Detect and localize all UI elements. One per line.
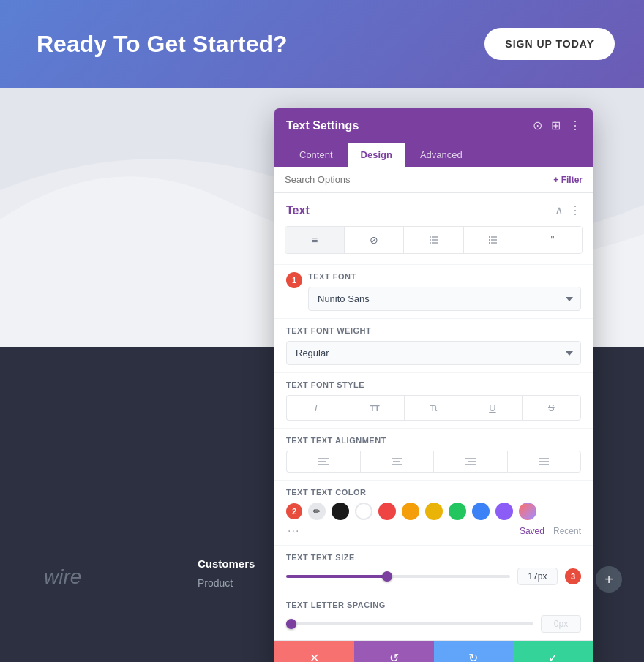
- text-letter-spacing-group: Text Letter Spacing 0px: [274, 593, 593, 640]
- text-font-weight-select[interactable]: Regular: [286, 341, 581, 365]
- footer-nav-product: Product: [198, 577, 255, 589]
- text-font-weight-label: Text Font Weight: [286, 326, 581, 335]
- add-button[interactable]: +: [596, 566, 622, 593]
- spacing-slider-thumb[interactable]: [286, 619, 296, 629]
- text-font-style-label: Text Font Style: [286, 380, 581, 389]
- text-color-group: Text Text Color 2 ✏ ··· Saved: [274, 480, 593, 545]
- uppercase-btn[interactable]: TT: [345, 395, 403, 421]
- step-3-badge: 3: [565, 568, 581, 584]
- text-font-style-group: Text Font Style I TT Tt U S: [274, 372, 593, 428]
- more-icon[interactable]: ⋮: [569, 119, 581, 132]
- svg-point-5: [430, 242, 431, 244]
- text-font-weight-group: Text Font Weight Regular: [274, 318, 593, 372]
- color-yellow[interactable]: [425, 503, 443, 520]
- tab-design[interactable]: Design: [348, 143, 405, 167]
- align-justify-btn[interactable]: [507, 451, 582, 473]
- svg-rect-9: [489, 236, 490, 238]
- spacing-input[interactable]: 0px: [541, 615, 581, 633]
- search-input[interactable]: [285, 174, 553, 185]
- layout-icon[interactable]: ⊞: [551, 119, 561, 132]
- step-2-badge: 2: [286, 503, 302, 519]
- color-white[interactable]: [355, 503, 372, 520]
- panel-header-icons: ⊙ ⊞ ⋮: [533, 119, 581, 132]
- color-black[interactable]: [332, 503, 349, 520]
- saved-tab[interactable]: Saved: [520, 526, 544, 536]
- size-slider-thumb[interactable]: [382, 571, 392, 582]
- text-font-row: 1 Text Font Nunito Sans: [286, 272, 581, 311]
- panel-header: Text Settings ⊙ ⊞ ⋮: [274, 108, 593, 143]
- italic-btn[interactable]: I: [286, 395, 345, 421]
- color-purple[interactable]: [495, 503, 513, 520]
- text-font-group: 1 Text Font Nunito Sans: [274, 264, 593, 318]
- spacing-slider-track[interactable]: [286, 622, 533, 625]
- section-controls: ∧ ⋮: [555, 203, 581, 217]
- footer-nav: Customers Product: [198, 557, 255, 589]
- tab-content[interactable]: Content: [286, 143, 346, 167]
- save-button[interactable]: ✓: [513, 641, 593, 662]
- strikethrough-btn[interactable]: S: [522, 395, 581, 421]
- collapse-icon[interactable]: ∧: [555, 203, 564, 217]
- recent-tab[interactable]: Recent: [553, 526, 581, 536]
- top-banner: Ready To Get Started? SIGN UP TODAY: [0, 0, 644, 88]
- banner-title: Ready To Get Started?: [37, 31, 288, 58]
- svg-point-4: [430, 239, 431, 241]
- svg-rect-11: [489, 242, 490, 244]
- color-red[interactable]: [378, 503, 396, 520]
- panel-tabs: Content Design Advanced: [274, 143, 593, 167]
- size-slider-row: 17px 3: [286, 568, 581, 585]
- filter-button[interactable]: + Filter: [553, 175, 583, 185]
- cancel-button[interactable]: ✕: [274, 641, 354, 662]
- align-right-btn[interactable]: [433, 451, 507, 473]
- eyedropper-button[interactable]: ✏: [308, 503, 326, 520]
- section-header: Text ∧ ⋮: [274, 193, 593, 223]
- align-left-btn2[interactable]: [286, 451, 360, 473]
- search-bar: + Filter: [274, 167, 593, 193]
- text-font-label: Text Font: [308, 272, 581, 281]
- tab-advanced[interactable]: Advanced: [407, 143, 476, 167]
- ordered-list-btn[interactable]: [404, 227, 463, 253]
- footer-logo: wire: [44, 565, 81, 589]
- panel-body: Text ∧ ⋮ ≡ ⊘: [274, 193, 593, 662]
- more-colors-dots[interactable]: ···: [288, 524, 299, 538]
- color-gradient[interactable]: [519, 503, 536, 520]
- color-row: 2 ✏: [286, 503, 581, 520]
- section-more-icon[interactable]: ⋮: [569, 203, 581, 217]
- bottom-toolbar: ✕ ↺ ↻ ✓: [274, 640, 593, 662]
- format-toolbar: ≡ ⊘: [285, 226, 583, 254]
- style-toolbar: I TT Tt U S: [286, 395, 581, 421]
- text-alignment-label: Text Text Alignment: [286, 436, 581, 445]
- redo-button[interactable]: ↻: [434, 641, 514, 662]
- color-orange[interactable]: [402, 503, 419, 520]
- color-green[interactable]: [449, 503, 466, 520]
- focus-icon[interactable]: ⊙: [533, 119, 542, 132]
- underline-btn[interactable]: U: [463, 395, 521, 421]
- text-size-label: Text Text Size: [286, 553, 581, 562]
- footer-nav-customers: Customers: [198, 557, 255, 570]
- capitalize-btn[interactable]: Tt: [404, 395, 463, 421]
- step-1-badge: 1: [286, 272, 302, 288]
- unordered-list-btn[interactable]: [464, 227, 523, 253]
- color-blue[interactable]: [472, 503, 490, 520]
- panel-title: Text Settings: [286, 119, 359, 132]
- no-list-btn[interactable]: ⊘: [345, 227, 404, 253]
- settings-panel: Text Settings ⊙ ⊞ ⋮ Content Design Advan…: [274, 108, 593, 662]
- align-center-btn[interactable]: [360, 451, 434, 473]
- text-size-group: Text Text Size 17px 3: [274, 545, 593, 593]
- spacing-slider-row: 0px: [286, 615, 581, 633]
- text-color-label: Text Text Color: [286, 488, 581, 497]
- signup-button[interactable]: SIGN UP TODAY: [484, 28, 615, 60]
- svg-rect-10: [489, 239, 490, 241]
- section-title: Text: [286, 204, 310, 217]
- quote-btn[interactable]: ": [523, 227, 582, 253]
- size-input[interactable]: 17px: [517, 568, 558, 585]
- size-slider-fill: [286, 575, 387, 578]
- align-left-btn[interactable]: ≡: [285, 227, 345, 253]
- align-toolbar: [286, 451, 581, 473]
- undo-button[interactable]: ↺: [354, 641, 434, 662]
- text-alignment-group: Text Text Alignment: [274, 428, 593, 480]
- svg-point-3: [430, 236, 431, 238]
- text-letter-spacing-label: Text Letter Spacing: [286, 601, 581, 609]
- text-font-select[interactable]: Nunito Sans: [308, 287, 581, 311]
- size-slider-track[interactable]: [286, 575, 510, 578]
